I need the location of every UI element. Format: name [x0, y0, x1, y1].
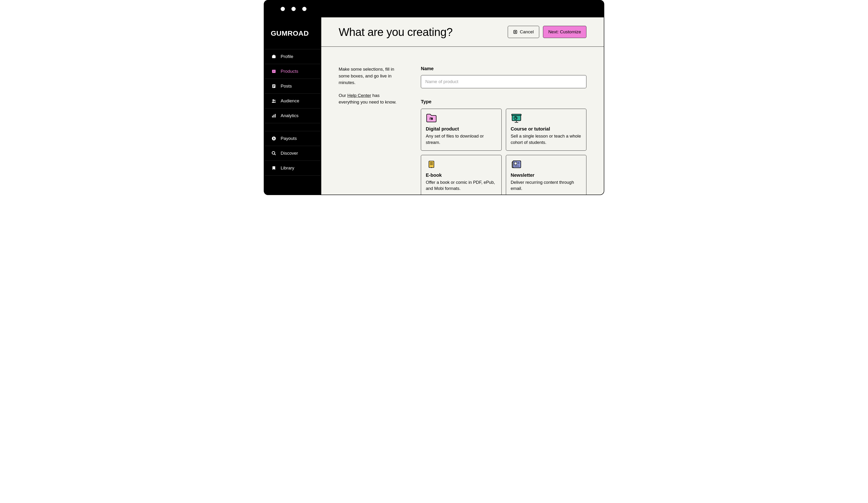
svg-rect-8 — [273, 87, 274, 87]
svg-rect-22 — [512, 114, 521, 115]
svg-point-10 — [274, 100, 276, 101]
main-content: What are you creating? Cancel Next: Cust… — [321, 17, 604, 195]
cancel-icon — [513, 30, 517, 34]
newsletter-icon — [511, 159, 522, 169]
next-customize-button[interactable]: Next: Customize — [543, 26, 586, 38]
type-card-title: Newsletter — [511, 172, 582, 178]
type-card-title: Digital product — [426, 126, 497, 132]
sidebar-item-label: Profile — [281, 54, 293, 59]
sidebar-item-label: Posts — [281, 84, 292, 89]
cancel-button-label: Cancel — [520, 29, 534, 34]
sidebar-item-label: Audience — [281, 98, 299, 104]
intro-pre: Our — [339, 93, 347, 98]
svg-point-9 — [272, 99, 274, 101]
profile-icon — [271, 54, 276, 59]
type-card-desc: Offer a book or comic in PDF, ePub, and … — [426, 179, 497, 192]
svg-rect-0 — [272, 55, 276, 58]
intro-text-1: Make some selections, fill in some boxes… — [339, 66, 400, 86]
type-grid: Digital product Any set of files to down… — [421, 109, 586, 195]
svg-rect-11 — [272, 116, 273, 118]
type-section: Type Digital product — [421, 99, 586, 195]
products-icon — [271, 69, 276, 74]
sidebar-item-library[interactable]: Library — [264, 161, 321, 176]
next-button-label: Next: Customize — [548, 29, 581, 34]
intro-column: Make some selections, fill in some boxes… — [339, 66, 400, 195]
page-header: What are you creating? Cancel Next: Cust… — [321, 17, 604, 47]
sidebar-item-label: Payouts — [281, 136, 297, 141]
type-card-title: Course or tutorial — [511, 126, 582, 132]
sidebar-item-posts[interactable]: Posts — [264, 79, 321, 94]
header-actions: Cancel Next: Customize — [508, 26, 586, 38]
analytics-icon — [271, 113, 276, 118]
library-icon — [271, 166, 276, 171]
brand-logo: GUMROAD — [264, 17, 321, 49]
type-field-label: Type — [421, 99, 586, 104]
svg-rect-32 — [514, 162, 517, 165]
type-card-desc: Sell a single lesson or teach a whole co… — [511, 133, 582, 146]
sidebar-item-analytics[interactable]: Analytics — [264, 108, 321, 123]
svg-point-30 — [431, 167, 432, 168]
name-field-label: Name — [421, 66, 586, 71]
help-center-link[interactable]: Help Center — [347, 93, 371, 98]
svg-rect-4 — [273, 71, 275, 71]
sidebar-item-profile[interactable]: Profile — [264, 49, 321, 64]
window-control-close[interactable] — [281, 7, 285, 11]
app-window: GUMROAD Profile Products — [264, 0, 604, 195]
discover-icon — [271, 151, 276, 156]
content-area: Make some selections, fill in some boxes… — [321, 47, 604, 195]
window-control-zoom[interactable] — [302, 7, 307, 11]
svg-rect-12 — [273, 115, 274, 118]
page-title: What are you creating? — [339, 25, 453, 39]
svg-text:$: $ — [273, 137, 275, 140]
sidebar-item-label: Library — [281, 166, 294, 171]
sidebar-item-products[interactable]: Products — [264, 64, 321, 79]
sidebar: GUMROAD Profile Products — [264, 17, 321, 195]
product-name-input[interactable] — [421, 75, 586, 88]
intro-text-2: Our Help Center has everything you need … — [339, 92, 400, 106]
sidebar-item-audience[interactable]: Audience — [264, 94, 321, 108]
brand-text: GUMROAD — [271, 29, 309, 37]
sidebar-item-label: Discover — [281, 151, 298, 156]
svg-rect-3 — [272, 70, 276, 71]
type-card-ebook[interactable]: E-book Offer a book or comic in PDF, ePu… — [421, 155, 502, 195]
svg-rect-2 — [272, 71, 276, 73]
sidebar-item-payouts[interactable]: $ Payouts — [264, 131, 321, 146]
svg-rect-7 — [273, 86, 275, 86]
window-control-minimize[interactable] — [291, 7, 296, 11]
sidebar-nav: Profile Products Posts — [264, 49, 321, 176]
svg-line-17 — [275, 154, 276, 155]
cancel-button[interactable]: Cancel — [508, 26, 539, 38]
type-card-newsletter[interactable]: Newsletter Deliver recurring content thr… — [506, 155, 587, 195]
svg-rect-26 — [429, 161, 434, 168]
audience-icon — [271, 98, 276, 104]
type-card-digital-product[interactable]: Digital product Any set of files to down… — [421, 109, 502, 151]
type-card-course[interactable]: Course or tutorial Sell a single lesson … — [506, 109, 587, 151]
type-card-title: E-book — [426, 172, 497, 178]
book-icon — [426, 159, 437, 169]
payouts-icon: $ — [271, 136, 276, 141]
window-titlebar — [264, 0, 604, 17]
sidebar-item-label: Products — [281, 69, 298, 74]
type-card-desc: Any set of files to download or stream. — [426, 133, 497, 146]
svg-rect-13 — [275, 114, 276, 118]
svg-rect-1 — [273, 55, 275, 56]
svg-rect-6 — [273, 85, 275, 86]
folder-icon — [426, 113, 437, 123]
form-column: Name Type — [421, 66, 586, 195]
sidebar-item-discover[interactable]: Discover — [264, 146, 321, 161]
presentation-icon — [511, 113, 522, 123]
sidebar-spacer — [264, 123, 321, 131]
sidebar-item-label: Analytics — [281, 113, 299, 118]
posts-icon — [271, 84, 276, 89]
type-card-desc: Deliver recurring content through email. — [511, 179, 582, 192]
svg-point-16 — [272, 151, 275, 155]
